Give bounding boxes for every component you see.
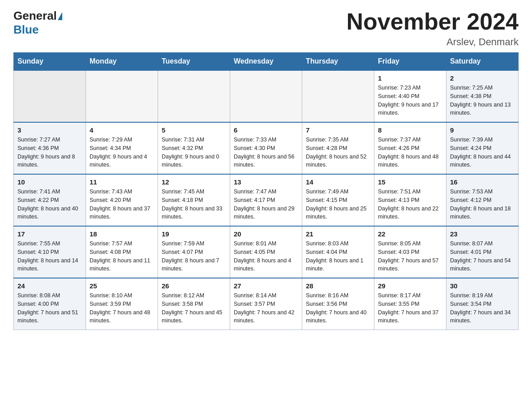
day-number: 28: [306, 282, 370, 290]
calendar-cell: 15Sunrise: 7:51 AMSunset: 4:13 PMDayligh…: [374, 174, 446, 226]
calendar-cell: 11Sunrise: 7:43 AMSunset: 4:20 PMDayligh…: [86, 174, 158, 226]
day-number: 8: [378, 126, 442, 134]
day-number: 23: [450, 230, 515, 238]
calendar-cell: 2Sunrise: 7:25 AMSunset: 4:38 PMDaylight…: [446, 70, 519, 122]
calendar-week-row: 1Sunrise: 7:23 AMSunset: 4:40 PMDaylight…: [14, 70, 519, 122]
calendar-cell: 30Sunrise: 8:19 AMSunset: 3:54 PMDayligh…: [446, 278, 519, 330]
calendar-cell: 6Sunrise: 7:33 AMSunset: 4:30 PMDaylight…: [230, 122, 302, 174]
calendar-week-row: 3Sunrise: 7:27 AMSunset: 4:36 PMDaylight…: [14, 122, 519, 174]
day-number: 14: [306, 178, 370, 186]
calendar-cell: 8Sunrise: 7:37 AMSunset: 4:26 PMDaylight…: [374, 122, 446, 174]
calendar-cell: 29Sunrise: 8:17 AMSunset: 3:55 PMDayligh…: [374, 278, 446, 330]
day-number: 27: [234, 282, 298, 290]
title-block: November 2024 Arslev, Denmark: [347, 9, 519, 48]
calendar-cell: 3Sunrise: 7:27 AMSunset: 4:36 PMDaylight…: [14, 122, 86, 174]
day-of-week-header: Tuesday: [158, 53, 230, 71]
day-sun-info: Sunrise: 7:37 AMSunset: 4:26 PMDaylight:…: [378, 136, 442, 169]
calendar-cell: [86, 70, 158, 122]
calendar-cell: 28Sunrise: 8:16 AMSunset: 3:56 PMDayligh…: [302, 278, 374, 330]
day-number: 24: [17, 282, 82, 290]
day-number: 26: [162, 282, 226, 290]
day-number: 9: [450, 126, 515, 134]
calendar-cell: 16Sunrise: 7:53 AMSunset: 4:12 PMDayligh…: [446, 174, 519, 226]
day-number: 13: [234, 178, 298, 186]
day-sun-info: Sunrise: 7:33 AMSunset: 4:30 PMDaylight:…: [234, 136, 298, 169]
calendar-cell: 23Sunrise: 8:07 AMSunset: 4:01 PMDayligh…: [446, 226, 519, 278]
calendar-cell: 25Sunrise: 8:10 AMSunset: 3:59 PMDayligh…: [86, 278, 158, 330]
calendar-cell: 5Sunrise: 7:31 AMSunset: 4:32 PMDaylight…: [158, 122, 230, 174]
calendar-table: SundayMondayTuesdayWednesdayThursdayFrid…: [13, 52, 519, 330]
day-sun-info: Sunrise: 8:01 AMSunset: 4:05 PMDaylight:…: [234, 240, 298, 273]
day-of-week-header: Monday: [86, 53, 158, 71]
day-sun-info: Sunrise: 8:19 AMSunset: 3:54 PMDaylight:…: [450, 291, 515, 325]
day-sun-info: Sunrise: 7:57 AMSunset: 4:08 PMDaylight:…: [90, 240, 154, 273]
calendar-cell: 26Sunrise: 8:12 AMSunset: 3:58 PMDayligh…: [158, 278, 230, 330]
day-number: 19: [162, 230, 226, 238]
day-sun-info: Sunrise: 7:31 AMSunset: 4:32 PMDaylight:…: [162, 136, 226, 169]
calendar-cell: [158, 70, 230, 122]
day-of-week-header: Friday: [374, 53, 446, 71]
day-number: 7: [306, 126, 370, 134]
day-sun-info: Sunrise: 8:03 AMSunset: 4:04 PMDaylight:…: [306, 240, 370, 273]
calendar-week-row: 24Sunrise: 8:08 AMSunset: 4:00 PMDayligh…: [14, 278, 519, 330]
calendar-cell: 9Sunrise: 7:39 AMSunset: 4:24 PMDaylight…: [446, 122, 519, 174]
calendar-cell: [14, 70, 86, 122]
day-number: 21: [306, 230, 370, 238]
calendar-cell: [230, 70, 302, 122]
location-text: Arslev, Denmark: [347, 36, 519, 48]
day-sun-info: Sunrise: 7:45 AMSunset: 4:18 PMDaylight:…: [162, 188, 226, 221]
day-number: 29: [378, 282, 442, 290]
logo: General Blue: [13, 9, 63, 37]
day-sun-info: Sunrise: 7:23 AMSunset: 4:40 PMDaylight:…: [378, 84, 442, 117]
calendar-cell: 4Sunrise: 7:29 AMSunset: 4:34 PMDaylight…: [86, 122, 158, 174]
calendar-cell: 20Sunrise: 8:01 AMSunset: 4:05 PMDayligh…: [230, 226, 302, 278]
day-sun-info: Sunrise: 8:10 AMSunset: 3:59 PMDaylight:…: [90, 291, 154, 325]
day-sun-info: Sunrise: 7:43 AMSunset: 4:20 PMDaylight:…: [90, 188, 154, 221]
day-sun-info: Sunrise: 8:17 AMSunset: 3:55 PMDaylight:…: [378, 291, 442, 325]
day-number: 30: [450, 282, 515, 290]
day-sun-info: Sunrise: 8:08 AMSunset: 4:00 PMDaylight:…: [17, 291, 82, 325]
day-number: 22: [378, 230, 442, 238]
day-sun-info: Sunrise: 7:55 AMSunset: 4:10 PMDaylight:…: [17, 240, 82, 273]
day-sun-info: Sunrise: 7:29 AMSunset: 4:34 PMDaylight:…: [90, 136, 154, 169]
day-number: 2: [450, 74, 515, 82]
day-number: 11: [90, 178, 154, 186]
day-sun-info: Sunrise: 8:12 AMSunset: 3:58 PMDaylight:…: [162, 291, 226, 325]
day-sun-info: Sunrise: 7:27 AMSunset: 4:36 PMDaylight:…: [17, 136, 82, 169]
logo-triangle-icon: [58, 12, 62, 20]
day-number: 20: [234, 230, 298, 238]
day-sun-info: Sunrise: 7:35 AMSunset: 4:28 PMDaylight:…: [306, 136, 370, 169]
day-number: 5: [162, 126, 226, 134]
calendar-cell: 24Sunrise: 8:08 AMSunset: 4:00 PMDayligh…: [14, 278, 86, 330]
calendar-cell: 19Sunrise: 7:59 AMSunset: 4:07 PMDayligh…: [158, 226, 230, 278]
calendar-week-row: 10Sunrise: 7:41 AMSunset: 4:22 PMDayligh…: [14, 174, 519, 226]
logo-blue-text: Blue: [13, 23, 39, 37]
calendar-cell: 22Sunrise: 8:05 AMSunset: 4:03 PMDayligh…: [374, 226, 446, 278]
calendar-cell: 1Sunrise: 7:23 AMSunset: 4:40 PMDaylight…: [374, 70, 446, 122]
day-sun-info: Sunrise: 7:47 AMSunset: 4:17 PMDaylight:…: [234, 188, 298, 221]
page-header: General Blue November 2024 Arslev, Denma…: [13, 9, 519, 48]
day-number: 1: [378, 74, 442, 82]
month-title: November 2024: [347, 9, 519, 34]
day-number: 12: [162, 178, 226, 186]
day-sun-info: Sunrise: 7:53 AMSunset: 4:12 PMDaylight:…: [450, 188, 515, 221]
day-of-week-header: Saturday: [446, 53, 519, 71]
day-number: 15: [378, 178, 442, 186]
day-sun-info: Sunrise: 7:49 AMSunset: 4:15 PMDaylight:…: [306, 188, 370, 221]
day-sun-info: Sunrise: 7:25 AMSunset: 4:38 PMDaylight:…: [450, 84, 515, 117]
calendar-cell: 7Sunrise: 7:35 AMSunset: 4:28 PMDaylight…: [302, 122, 374, 174]
day-number: 4: [90, 126, 154, 134]
calendar-cell: 27Sunrise: 8:14 AMSunset: 3:57 PMDayligh…: [230, 278, 302, 330]
day-number: 25: [90, 282, 154, 290]
day-sun-info: Sunrise: 7:41 AMSunset: 4:22 PMDaylight:…: [17, 188, 82, 221]
day-of-week-header: Sunday: [14, 53, 86, 71]
day-sun-info: Sunrise: 8:16 AMSunset: 3:56 PMDaylight:…: [306, 291, 370, 325]
calendar-cell: 13Sunrise: 7:47 AMSunset: 4:17 PMDayligh…: [230, 174, 302, 226]
day-of-week-header: Wednesday: [230, 53, 302, 71]
day-sun-info: Sunrise: 7:39 AMSunset: 4:24 PMDaylight:…: [450, 136, 515, 169]
day-number: 6: [234, 126, 298, 134]
day-number: 16: [450, 178, 515, 186]
day-number: 17: [17, 230, 82, 238]
calendar-cell: 18Sunrise: 7:57 AMSunset: 4:08 PMDayligh…: [86, 226, 158, 278]
day-number: 10: [17, 178, 82, 186]
